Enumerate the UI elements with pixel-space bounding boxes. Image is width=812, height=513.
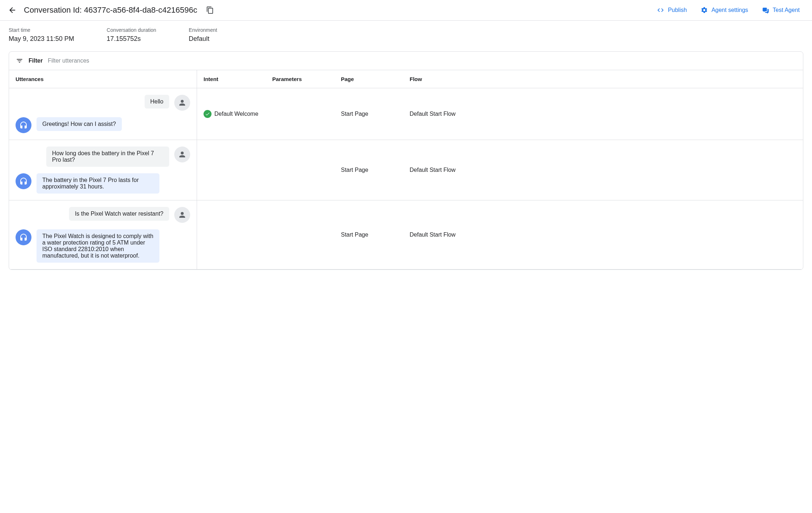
user-utterance: Is the Pixel Watch water resistant?: [16, 207, 190, 223]
table-row[interactable]: Is the Pixel Watch water resistant?The P…: [9, 200, 803, 270]
check-icon: [204, 110, 211, 118]
person-icon: [178, 150, 187, 159]
user-avatar: [174, 147, 190, 162]
meta-duration: Conversation duration 17.155752s: [107, 27, 156, 43]
page-cell: Start Page: [334, 226, 403, 244]
flow-cell: Default Start Flow: [403, 161, 803, 179]
agent-utterance: The Pixel Watch is designed to comply wi…: [16, 229, 190, 263]
agent-bubble: The battery in the Pixel 7 Pro lasts for…: [37, 173, 159, 194]
code-icon: [657, 7, 664, 14]
user-bubble: How long does the battery in the Pixel 7…: [46, 147, 169, 167]
page-title: Conversation Id: 46377c-a56-8f4-da8-c421…: [24, 5, 197, 15]
publish-label: Publish: [668, 7, 687, 13]
agent-utterance: Greetings! How can I assist?: [16, 117, 190, 133]
flow-cell: Default Start Flow: [403, 226, 803, 244]
utterance-cell: HelloGreetings! How can I assist?: [9, 88, 197, 140]
filter-input[interactable]: [48, 58, 796, 64]
person-icon: [178, 98, 187, 107]
copy-id-button[interactable]: [205, 5, 215, 15]
duration-value: 17.155752s: [107, 35, 156, 43]
filter-label: Filter: [29, 58, 43, 64]
user-avatar: [174, 207, 190, 223]
test-agent-button[interactable]: Test Agent: [758, 4, 803, 16]
headset-icon: [19, 177, 28, 186]
page-cell: Start Page: [334, 105, 403, 123]
headset-icon: [19, 121, 28, 130]
agent-avatar: [16, 229, 31, 245]
agent-avatar: [16, 117, 31, 133]
start-time-value: May 9, 2023 11:50 PM: [9, 35, 74, 43]
chat-icon: [762, 7, 769, 14]
utterance-cell: Is the Pixel Watch water resistant?The P…: [9, 200, 197, 269]
gear-icon: [701, 7, 708, 14]
intent-cell: [197, 164, 266, 176]
agent-settings-button[interactable]: Agent settings: [697, 4, 752, 16]
col-header-flow: Flow: [403, 70, 803, 88]
intent-value: Default Welcome: [214, 111, 258, 117]
topbar: Conversation Id: 46377c-a56-8f4-da8-c421…: [0, 0, 812, 21]
parameters-cell: [266, 229, 334, 241]
person-icon: [178, 211, 187, 219]
conversation-meta: Start time May 9, 2023 11:50 PM Conversa…: [0, 21, 812, 51]
table-row[interactable]: How long does the battery in the Pixel 7…: [9, 140, 803, 200]
back-button[interactable]: [7, 5, 17, 15]
headset-icon: [19, 233, 28, 242]
filter-icon: [16, 57, 23, 65]
page-cell: Start Page: [334, 161, 403, 179]
user-avatar: [174, 95, 190, 111]
user-utterance: How long does the battery in the Pixel 7…: [16, 147, 190, 167]
meta-environment: Environment Default: [189, 27, 217, 43]
parameters-cell: [266, 108, 334, 120]
table-header-row: Utterances Intent Parameters Page Flow: [9, 70, 803, 88]
user-bubble: Is the Pixel Watch water resistant?: [69, 207, 169, 221]
publish-button[interactable]: Publish: [653, 4, 690, 16]
user-utterance: Hello: [16, 95, 190, 111]
environment-label: Environment: [189, 27, 217, 33]
agent-bubble: The Pixel Watch is designed to comply wi…: [37, 229, 159, 263]
intent-cell: Default Welcome: [197, 104, 266, 124]
intent-cell: [197, 229, 266, 241]
utterance-table: Filter Utterances Intent Parameters Page…: [9, 51, 803, 270]
arrow-back-icon: [8, 6, 17, 14]
duration-label: Conversation duration: [107, 27, 156, 33]
user-bubble: Hello: [145, 95, 169, 109]
agent-avatar: [16, 173, 31, 189]
filter-bar: Filter: [9, 52, 803, 70]
environment-value: Default: [189, 35, 217, 43]
agent-settings-label: Agent settings: [711, 7, 748, 13]
agent-utterance: The battery in the Pixel 7 Pro lasts for…: [16, 173, 190, 194]
col-header-page: Page: [334, 70, 403, 88]
utterance-cell: How long does the battery in the Pixel 7…: [9, 140, 197, 200]
flow-cell: Default Start Flow: [403, 105, 803, 123]
table-row[interactable]: HelloGreetings! How can I assist?Default…: [9, 88, 803, 140]
col-header-utterances: Utterances: [9, 70, 197, 88]
col-header-intent: Intent: [197, 70, 266, 88]
copy-icon: [206, 6, 214, 14]
parameters-cell: [266, 164, 334, 176]
start-time-label: Start time: [9, 27, 74, 33]
test-agent-label: Test Agent: [773, 7, 800, 13]
meta-start-time: Start time May 9, 2023 11:50 PM: [9, 27, 74, 43]
agent-bubble: Greetings! How can I assist?: [37, 117, 122, 131]
col-header-parameters: Parameters: [266, 70, 334, 88]
